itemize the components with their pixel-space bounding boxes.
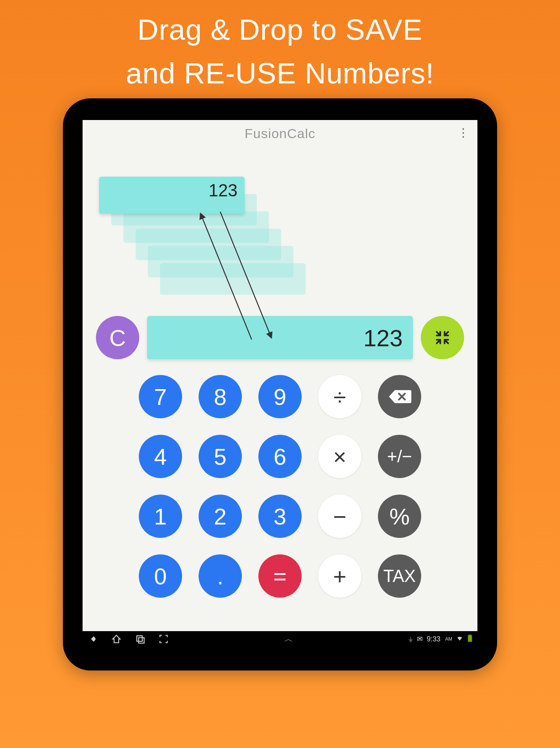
key-label: −	[333, 503, 346, 530]
svg-rect-3	[139, 638, 144, 643]
key-1[interactable]: 1	[139, 495, 182, 538]
key-label: %	[389, 503, 410, 530]
key-label: 7	[154, 384, 167, 410]
key-8[interactable]: 8	[199, 375, 242, 418]
saved-chip[interactable]: 123	[99, 177, 245, 214]
backspace-icon	[388, 389, 411, 404]
key-2[interactable]: 2	[199, 495, 242, 538]
recent-apps-icon[interactable]	[134, 633, 146, 645]
key-9[interactable]: 9	[258, 375, 302, 418]
app-title: FusionCalc	[245, 126, 315, 141]
key-plusminus[interactable]: +/−	[378, 435, 421, 478]
key-label: 0	[154, 563, 167, 589]
key-label: =	[273, 563, 287, 589]
key-backspace[interactable]	[378, 375, 421, 418]
app-screen: FusionCalc ⋮ 123	[83, 120, 477, 632]
key-label: .	[217, 563, 223, 589]
key-0[interactable]: 0	[139, 554, 182, 598]
keypad: 7 8 9 ÷ 4 5 6 × +/− 1 2 3 − % 0 . = +	[83, 369, 477, 598]
key-divide[interactable]: ÷	[318, 375, 361, 418]
key-tax[interactable]: TAX	[378, 554, 421, 598]
key-equals[interactable]: =	[258, 554, 302, 598]
key-label: TAX	[383, 566, 416, 586]
key-label: 8	[214, 384, 227, 410]
overflow-menu-icon[interactable]: ⋮	[457, 126, 470, 139]
display-value: 123	[363, 325, 403, 351]
key-percent[interactable]: %	[378, 495, 421, 538]
key-6[interactable]: 6	[258, 435, 302, 478]
promo-line-1: Drag & Drop to SAVE	[0, 8, 560, 52]
key-label: 9	[274, 384, 286, 410]
key-plus[interactable]: +	[318, 554, 361, 598]
saved-chip-value: 123	[209, 181, 238, 200]
status-time: 9:33	[427, 635, 440, 643]
clear-label: C	[109, 325, 126, 351]
status-ampm: AM	[445, 636, 452, 642]
key-label: 1	[154, 503, 167, 530]
key-label: 2	[214, 503, 227, 530]
usb-icon: ⏚	[409, 635, 413, 643]
back-icon[interactable]	[87, 633, 98, 645]
promo-title: Drag & Drop to SAVE and RE-USE Numbers!	[0, 0, 560, 95]
key-7[interactable]: 7	[139, 375, 182, 418]
svg-rect-2	[137, 636, 142, 641]
key-3[interactable]: 3	[258, 495, 302, 538]
tablet-frame: FusionCalc ⋮ 123	[63, 98, 497, 670]
key-label: ÷	[333, 384, 346, 410]
key-label: 3	[274, 503, 286, 530]
promo-line-2: and RE-USE Numbers!	[0, 52, 560, 95]
key-multiply[interactable]: ×	[318, 435, 361, 478]
screenshot-icon[interactable]	[158, 633, 169, 645]
key-dot[interactable]: .	[199, 554, 242, 598]
key-label: 6	[274, 443, 286, 470]
home-icon[interactable]	[111, 633, 122, 645]
nav-expand-icon[interactable]: ︿	[169, 633, 409, 645]
battery-icon	[467, 634, 473, 644]
drag-area[interactable]: 123	[83, 147, 477, 316]
key-label: +	[333, 563, 346, 589]
key-5[interactable]: 5	[199, 435, 242, 478]
calculator-display[interactable]: 123	[147, 316, 413, 359]
collapse-icon	[434, 329, 451, 346]
svg-rect-5	[469, 634, 471, 635]
wifi-icon	[456, 635, 463, 644]
display-row: C 123	[83, 316, 477, 359]
svg-rect-4	[468, 635, 472, 642]
key-label: ×	[333, 443, 346, 470]
key-label: +/−	[387, 447, 412, 466]
key-label: 4	[154, 443, 167, 470]
mail-icon: ✉	[417, 635, 423, 643]
collapse-button[interactable]	[421, 316, 464, 359]
key-4[interactable]: 4	[139, 435, 182, 478]
clear-button[interactable]: C	[96, 316, 139, 359]
app-header: FusionCalc ⋮	[83, 120, 477, 147]
key-minus[interactable]: −	[318, 495, 361, 538]
android-nav-bar: ︿ ⏚ ✉ 9:33 AM	[83, 631, 477, 647]
key-label: 5	[214, 443, 227, 470]
